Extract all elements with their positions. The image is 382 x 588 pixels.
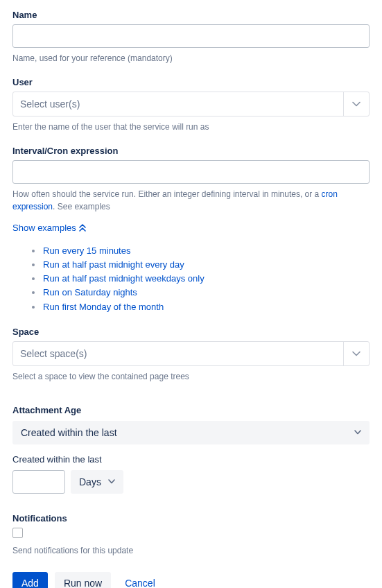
- example-item: Run first Monday of the month: [32, 300, 370, 314]
- duration-unit-value: Days: [79, 476, 101, 487]
- attachment-age-field: Attachment Age Created within the last C…: [12, 405, 370, 494]
- user-select[interactable]: Select user(s): [12, 92, 370, 116]
- chevron-down-icon: [352, 101, 361, 107]
- example-link[interactable]: Run every 15 minutes: [43, 245, 130, 256]
- space-select[interactable]: Select space(s): [12, 341, 370, 366]
- name-input[interactable]: [12, 24, 370, 48]
- interval-help-prefix: How often should the service run. Either…: [12, 189, 322, 199]
- interval-label: Interval/Cron expression: [12, 146, 370, 156]
- name-help: Name, used for your reference (mandatory…: [12, 52, 370, 64]
- notifications-label: Notifications: [12, 513, 370, 524]
- interval-help-suffix: . See examples: [53, 202, 110, 211]
- show-examples-label: Show examples: [12, 223, 76, 233]
- space-select-placeholder: Select space(s): [13, 348, 343, 359]
- attachment-age-select[interactable]: Created within the last: [12, 421, 370, 444]
- double-chevron-up-icon: [79, 224, 86, 232]
- chevron-down-icon: [352, 351, 361, 356]
- duration-input[interactable]: [12, 470, 65, 494]
- user-select-indicator: [343, 92, 369, 116]
- user-select-placeholder: Select user(s): [13, 98, 343, 110]
- example-item: Run at half past midnight every day: [32, 258, 370, 272]
- form-actions: Add Run now Cancel: [12, 572, 370, 588]
- example-link[interactable]: Run at half past midnight weekdays only: [43, 273, 205, 284]
- chevron-down-icon: [354, 430, 361, 435]
- interval-input[interactable]: [12, 160, 370, 184]
- space-field: Space Select space(s) Select a space to …: [12, 327, 370, 383]
- user-label: User: [12, 77, 370, 87]
- notifications-field: Notifications Send notifications for thi…: [12, 513, 370, 557]
- attachment-age-label: Attachment Age: [12, 405, 370, 415]
- notifications-help: Send notifications for this update: [12, 544, 370, 557]
- example-item: Run at half past midnight weekdays only: [32, 272, 370, 286]
- interval-field: Interval/Cron expression How often shoul…: [12, 146, 370, 314]
- user-field: User Select user(s) Enter the name of th…: [12, 77, 370, 133]
- attachment-age-selected: Created within the last: [21, 427, 354, 438]
- example-link[interactable]: Run first Monday of the month: [43, 302, 164, 312]
- space-help: Select a space to view the contained pag…: [12, 370, 370, 383]
- notifications-checkbox[interactable]: [12, 528, 23, 538]
- example-item: Run every 15 minutes: [32, 244, 370, 258]
- example-link[interactable]: Run on Saturday nights: [43, 287, 137, 297]
- name-label: Name: [12, 10, 370, 20]
- show-examples-toggle[interactable]: Show examples: [12, 223, 86, 233]
- space-select-indicator: [343, 342, 369, 365]
- cancel-button[interactable]: Cancel: [118, 572, 162, 588]
- add-button[interactable]: Add: [12, 572, 48, 588]
- user-help: Enter the name of the user that the serv…: [12, 121, 370, 133]
- created-within-label: Created within the last: [12, 454, 370, 465]
- chevron-down-icon: [108, 479, 115, 484]
- examples-list: Run every 15 minutes Run at half past mi…: [32, 244, 370, 314]
- duration-unit-select[interactable]: Days: [71, 470, 123, 494]
- example-item: Run on Saturday nights: [32, 286, 370, 300]
- space-label: Space: [12, 327, 370, 337]
- interval-help: How often should the service run. Either…: [12, 188, 370, 213]
- name-field: Name Name, used for your reference (mand…: [12, 10, 370, 64]
- run-now-button[interactable]: Run now: [55, 572, 111, 588]
- example-link[interactable]: Run at half past midnight every day: [43, 259, 184, 270]
- duration-row: Days: [12, 470, 370, 494]
